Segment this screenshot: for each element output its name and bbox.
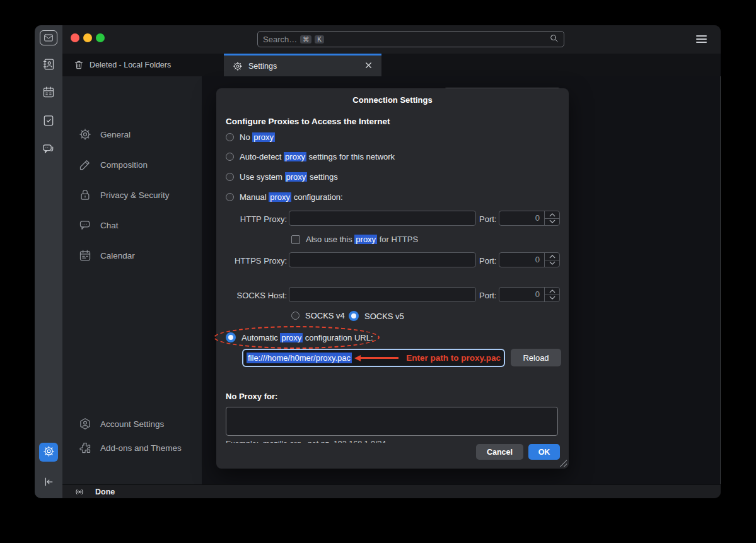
nav-item-chat[interactable]: Chat (62, 214, 202, 236)
ok-button[interactable]: OK (528, 444, 560, 460)
radio-auto-detect[interactable]: Auto-detect proxy settings for this netw… (226, 152, 395, 161)
resize-grip[interactable] (559, 458, 567, 467)
checkbox-use-for-https[interactable]: Also use this proxy for HTTPS (291, 235, 418, 244)
app-menu-button[interactable] (696, 35, 707, 43)
radio-socks-v5[interactable]: SOCKS v5 (349, 311, 404, 321)
calendar-space-button[interactable] (35, 83, 62, 103)
lock-icon (79, 189, 91, 201)
tab-label: Deleted - Local Folders (90, 61, 171, 69)
app-window: Search… ⌘ K Deleted - Local Folders Sett… (35, 25, 721, 498)
chat-space-button[interactable] (35, 140, 62, 160)
https-proxy-input[interactable] (289, 252, 476, 267)
global-search-input[interactable]: Search… ⌘ K (257, 31, 564, 47)
port-value: 0 (499, 253, 544, 267)
cmd-key-badge: ⌘ (300, 35, 311, 44)
radio-use-system[interactable]: Use system proxy settings (226, 172, 338, 182)
nav-item-composition[interactable]: Composition (62, 154, 202, 175)
gear-icon (43, 445, 55, 460)
cancel-button[interactable]: Cancel (476, 444, 523, 460)
no-proxy-for-label: No Proxy for: (226, 392, 277, 401)
mail-space-button[interactable] (35, 28, 62, 48)
nav-item-account-settings[interactable]: Account Settings (62, 413, 202, 435)
tab-bar: Deleted - Local Folders Settings (62, 54, 721, 76)
settings-space-button[interactable] (39, 443, 58, 462)
port-label: Port: (479, 256, 496, 266)
http-proxy-input[interactable] (289, 211, 476, 226)
tab-deleted-local-folders[interactable]: Deleted - Local Folders (70, 54, 175, 76)
annotation-arrowhead (354, 355, 361, 361)
http-port-stepper[interactable]: 0 (499, 211, 560, 226)
socks-host-label: SOCKS Host: (216, 291, 287, 300)
search-highlight: proxy (252, 132, 275, 142)
settings-content: proxy ✕ proxy Settings… Connection Setti… (202, 76, 720, 484)
nav-item-label: Chat (100, 221, 119, 230)
tasks-button[interactable] (35, 112, 62, 132)
status-bar: Done (62, 484, 721, 498)
radio-label: Use system proxy settings (240, 172, 338, 182)
status-text: Done (95, 488, 115, 496)
radio-label: Automatic proxy configuration URL: (241, 333, 373, 342)
collapse-arrow-icon (42, 476, 55, 491)
nav-item-general[interactable]: General (62, 124, 202, 145)
chat-bubble-icon (79, 219, 91, 231)
stepper-buttons[interactable] (544, 211, 559, 225)
collapse-sidebar-button[interactable] (35, 473, 62, 493)
http-proxy-label: HTTP Proxy: (216, 214, 287, 224)
close-tab-icon[interactable] (364, 61, 373, 71)
radio-selected-icon (226, 332, 236, 342)
url-selected-text: file:///home/h0mer/proxy.pac (247, 353, 352, 363)
tab-settings[interactable]: Settings (224, 54, 381, 76)
nav-item-label: Add-ons and Themes (100, 443, 182, 453)
tab-label: Settings (248, 62, 277, 71)
stepper-down-icon (545, 260, 559, 267)
app-sidebar (35, 25, 62, 498)
radio-manual-config[interactable]: Manual proxy configuration: (226, 192, 343, 202)
mail-icon (40, 30, 57, 45)
search-highlight: proxy (285, 172, 308, 182)
address-book-button[interactable] (35, 55, 62, 76)
search-placeholder: Search… (263, 35, 297, 44)
stepper-buttons[interactable] (544, 288, 559, 301)
titlebar: Search… ⌘ K (62, 25, 721, 54)
nav-item-label: Account Settings (100, 419, 164, 429)
example-text-clipped: Example: .mozilla.org, .net.nz, 192.168.… (226, 440, 541, 443)
radio-no-proxy[interactable]: No proxy (226, 132, 275, 142)
checkbox-icon (291, 235, 300, 244)
radio-automatic-url[interactable]: Automatic proxy configuration URL: (226, 332, 373, 342)
minimize-window-button[interactable] (83, 33, 92, 42)
reload-button[interactable]: Reload (511, 349, 561, 366)
gear-icon (233, 61, 243, 71)
account-icon (79, 417, 91, 430)
nav-item-calendar[interactable]: Calendar (62, 245, 202, 266)
nav-item-label: Privacy & Security (100, 190, 170, 200)
dialog-title: Connection Settings (216, 95, 569, 105)
maximize-window-button[interactable] (96, 33, 105, 42)
nav-item-label: Composition (100, 160, 148, 170)
proxy-url-input[interactable]: file:///home/h0mer/proxy.pac Enter path … (242, 349, 505, 367)
port-label: Port: (479, 291, 496, 300)
nav-item-addons-themes[interactable]: Add-ons and Themes (62, 437, 202, 458)
https-proxy-label: HTTPS Proxy: (216, 256, 287, 266)
stepper-up-icon (545, 253, 559, 260)
gear-icon (79, 128, 91, 141)
search-highlight: proxy (354, 235, 377, 244)
stepper-down-icon (545, 295, 559, 302)
socks-port-stepper[interactable]: 0 (499, 287, 560, 302)
stepper-buttons[interactable] (544, 253, 559, 267)
https-port-stepper[interactable]: 0 (499, 252, 560, 267)
address-book-icon (42, 58, 55, 73)
nav-item-label: General (100, 130, 131, 139)
nav-item-privacy-security[interactable]: Privacy & Security (62, 184, 202, 206)
radio-socks-v4[interactable]: SOCKS v4 (291, 311, 345, 320)
radio-label: SOCKS v4 (305, 311, 345, 320)
calendar-icon (42, 86, 55, 101)
no-proxy-textarea[interactable] (226, 407, 558, 436)
port-value: 0 (499, 211, 544, 225)
annotation-text: Enter path to proxy.pac (406, 353, 501, 363)
socks-host-input[interactable] (289, 287, 476, 302)
stepper-up-icon (545, 288, 559, 295)
radio-icon (226, 133, 234, 141)
radio-icon (291, 312, 299, 320)
pencil-icon (79, 158, 91, 171)
close-window-button[interactable] (71, 33, 79, 42)
